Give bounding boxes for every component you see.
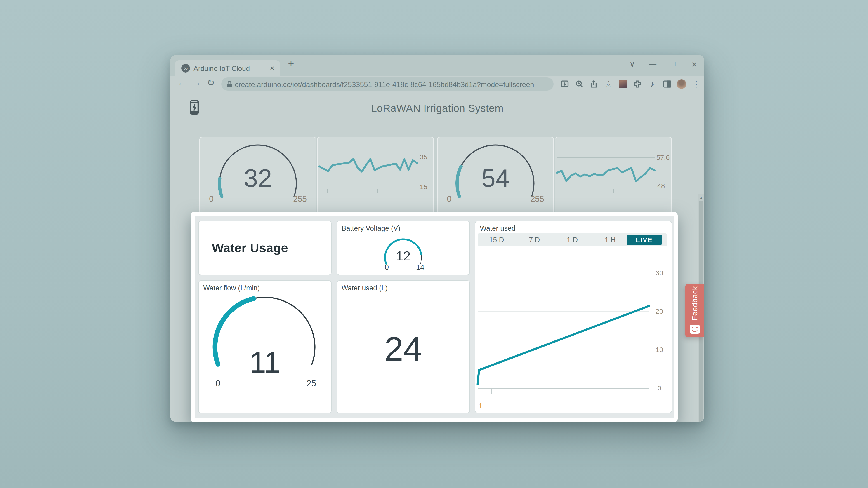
back-icon[interactable]: ← [177, 77, 186, 88]
ylabel-20: 20 [651, 307, 667, 315]
ylabel-10: 10 [651, 346, 667, 354]
range-15d-button[interactable]: 15 D [477, 236, 516, 244]
zoom-icon[interactable] [574, 78, 585, 90]
widget-gauge-b: 54 0 255 [437, 137, 554, 224]
address-bar[interactable]: create.arduino.cc/iot/dashboards/f253355… [221, 77, 554, 91]
water-usage-group-highlight: Water Usage Battery Voltage (V) 12 0 14 … [191, 212, 678, 422]
gauge-a-value: 32 [200, 164, 316, 193]
chart-a-ylabel-bottom: 15 [420, 183, 427, 191]
feedback-button[interactable]: Feedback [685, 284, 704, 337]
widget-chart-b: 57.6 48 [555, 137, 672, 224]
gauge-b-value: 54 [438, 164, 553, 193]
chart-a-plot [319, 137, 417, 189]
url-text: create.arduino.cc/iot/dashboards/f253355… [235, 80, 534, 89]
desktop-background: ∞ Arduino IoT Cloud × + ∨ — □ × ← → ↻ cr… [0, 0, 868, 488]
water-chart-label: Water used [480, 224, 515, 232]
widget-gauge-a: 32 0 255 [199, 137, 316, 224]
xaxis-start-label: 1 [478, 402, 483, 410]
share-icon[interactable] [588, 78, 599, 90]
profile-avatar[interactable] [676, 78, 687, 90]
toolbar-icons: ☆ ♪ ⋮ [559, 77, 702, 91]
browser-window: ∞ Arduino IoT Cloud × + ∨ — □ × ← → ↻ cr… [170, 55, 704, 422]
range-1d-button[interactable]: 1 D [553, 236, 591, 244]
install-app-icon[interactable] [559, 78, 570, 90]
media-playlist-icon[interactable]: ♪ [647, 78, 658, 90]
close-button[interactable]: × [687, 59, 701, 70]
browser-toolbar: ← → ↻ create.arduino.cc/iot/dashboards/f… [170, 76, 704, 93]
scroll-up-icon[interactable]: ▲ [699, 196, 704, 200]
battery-min: 0 [379, 263, 395, 271]
extension-badge-icon[interactable] [618, 78, 629, 90]
water-used-value: 24 [337, 329, 469, 368]
group-title: Water Usage [212, 240, 288, 255]
menu-kebab-icon[interactable]: ⋮ [691, 78, 702, 90]
gauge-b-min: 0 [440, 194, 458, 204]
chart-a-ylabel-top: 35 [420, 153, 427, 161]
battery-value: 12 [337, 248, 469, 263]
smiley-bubble-icon [690, 325, 700, 334]
widget-chart-a: 35 15 [317, 137, 434, 224]
panel-water-flow[interactable]: Water flow (L/min) 11 0 25 [198, 281, 332, 413]
tab-arduino-iot-cloud[interactable]: ∞ Arduino IoT Cloud × [175, 60, 280, 76]
page-title: LoRaWAN Irrigation System [170, 102, 704, 114]
ylabel-0: 0 [651, 384, 667, 392]
gauge-a-max: 255 [286, 194, 313, 204]
battery-label: Battery Voltage (V) [342, 224, 400, 232]
bookmark-star-icon[interactable]: ☆ [603, 78, 614, 90]
feedback-label: Feedback [690, 286, 699, 321]
tab-close-icon[interactable]: × [270, 64, 274, 72]
forward-icon[interactable]: → [192, 77, 201, 88]
range-7d-button[interactable]: 7 D [516, 236, 554, 244]
reload-icon[interactable]: ↻ [207, 77, 215, 88]
panel-water-usage-title[interactable]: Water Usage [198, 221, 332, 275]
tab-strip: ∞ Arduino IoT Cloud × + ∨ — □ × [170, 55, 704, 76]
chart-b-ylabel-top: 57.6 [656, 154, 670, 161]
water-flow-value: 11 [199, 345, 331, 379]
minimize-button[interactable]: — [646, 59, 659, 68]
gauge-a-min: 0 [202, 194, 220, 204]
chart-b-ylabel-bottom: 48 [657, 182, 665, 190]
water-used-label: Water used (L) [342, 284, 388, 292]
panel-battery-voltage[interactable]: Battery Voltage (V) 12 0 14 [337, 221, 470, 275]
new-tab-button[interactable]: + [288, 58, 294, 70]
chart-b-plot [557, 137, 655, 189]
side-panel-icon[interactable] [662, 78, 673, 90]
water-chart-plot [477, 260, 649, 389]
dashboard-header: LoRaWAN Irrigation System [170, 93, 704, 123]
gauge-b-max: 255 [524, 194, 551, 204]
ylabel-30: 30 [651, 269, 667, 277]
water-flow-min: 0 [209, 379, 227, 388]
maximize-button[interactable]: □ [666, 59, 680, 68]
tab-search-icon[interactable]: ∨ [625, 59, 639, 68]
panel-water-used-chart[interactable]: Water used 15 D 7 D 1 D 1 H . LIVE 30 20 [475, 221, 672, 413]
range-live-button[interactable]: LIVE [627, 234, 662, 246]
tab-title: Arduino IoT Cloud [193, 65, 250, 73]
extensions-puzzle-icon[interactable] [632, 78, 643, 90]
arduino-favicon-icon: ∞ [181, 64, 190, 72]
water-flow-max: 25 [302, 379, 320, 388]
panel-water-used-value[interactable]: Water used (L) 24 [337, 281, 470, 413]
range-1h-button[interactable]: 1 H [591, 236, 629, 244]
battery-max: 14 [412, 263, 428, 271]
lock-icon [226, 81, 232, 88]
